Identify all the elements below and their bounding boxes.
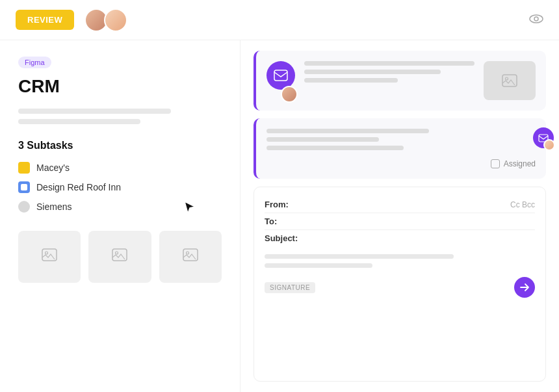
send-button[interactable] xyxy=(514,277,535,298)
email-avatar-photo-1 xyxy=(281,86,298,103)
cc-bcc-label[interactable]: Cc Bcc xyxy=(510,200,535,209)
email2-avatar-wrap xyxy=(533,127,554,148)
email-line-1b xyxy=(304,70,441,74)
email-content-1 xyxy=(304,61,474,100)
image-icon-3 xyxy=(183,248,198,265)
email2-line-3 xyxy=(266,146,404,150)
subtask-list: Macey's Design Red Roof Inn Siemens xyxy=(18,162,222,213)
email-card-2-inner: Assigned xyxy=(266,129,536,168)
assigned-label: Assigned xyxy=(504,159,536,168)
subtask-icon-blue xyxy=(18,181,30,193)
description-lines xyxy=(18,109,222,124)
compose-from-field: From: Cc Bcc xyxy=(265,196,535,213)
compose-body-line-1 xyxy=(265,254,454,259)
from-label: From: xyxy=(265,200,304,209)
header-left: REVIEW xyxy=(16,8,127,32)
to-label: To: xyxy=(265,216,304,226)
avatar-group xyxy=(84,8,127,32)
svg-point-7 xyxy=(186,252,188,254)
compose-area: From: Cc Bcc To: Subject: SIGNATURE xyxy=(254,187,546,382)
subtask-item-maceys[interactable]: Macey's xyxy=(18,162,222,174)
subtask-item-redroof[interactable]: Design Red Roof Inn xyxy=(18,181,222,193)
figma-badge: Figma xyxy=(18,57,51,68)
image-card-1 xyxy=(18,231,81,283)
svg-point-10 xyxy=(506,77,508,80)
review-button[interactable]: REVIEW xyxy=(16,10,74,30)
main: Figma CRM 3 Subtasks Macey's Design Red … xyxy=(0,40,559,392)
desc-line-2 xyxy=(18,119,140,124)
svg-point-1 xyxy=(534,17,538,21)
email-image-1 xyxy=(484,61,536,100)
email-card-2: Assigned xyxy=(254,118,546,179)
subtasks-heading: 3 Subtasks xyxy=(18,140,222,151)
email-line-1c xyxy=(304,78,398,83)
email-avatar-wrap-1 xyxy=(266,61,295,100)
email-lines-1 xyxy=(304,61,474,83)
assigned-checkbox[interactable] xyxy=(491,159,500,168)
subtask-label-maceys: Macey's xyxy=(36,163,70,173)
avatar-2 xyxy=(104,8,127,32)
right-panel: Assigned From: Cc Bcc To: xyxy=(240,40,559,392)
subtask-label-siemens: Siemens xyxy=(36,202,72,212)
image-card-2 xyxy=(88,231,151,283)
email2-avatar-photo xyxy=(543,139,555,151)
svg-rect-8 xyxy=(274,70,287,81)
email-line-1a xyxy=(304,61,474,66)
email2-line-2 xyxy=(266,137,379,142)
subtask-icon-yellow xyxy=(18,162,30,174)
desc-line-1 xyxy=(18,109,171,114)
subject-label: Subject: xyxy=(265,233,304,243)
compose-to-field[interactable]: To: xyxy=(265,213,535,230)
compose-subject-field[interactable]: Subject: xyxy=(265,230,535,246)
header: REVIEW xyxy=(0,0,559,40)
image-card-3 xyxy=(159,231,222,283)
image-grid xyxy=(18,231,222,283)
email2-line-1 xyxy=(266,129,429,133)
svg-point-3 xyxy=(46,252,48,254)
subtask-label-redroof: Design Red Roof Inn xyxy=(36,182,121,192)
image-icon-1 xyxy=(42,248,57,265)
left-panel: Figma CRM 3 Subtasks Macey's Design Red … xyxy=(0,40,240,392)
svg-point-0 xyxy=(530,15,543,23)
compose-footer: SIGNATURE xyxy=(265,277,535,298)
svg-point-5 xyxy=(116,252,118,254)
compose-body-line-2 xyxy=(265,263,372,268)
compose-body xyxy=(265,254,535,268)
subtask-icon-gray xyxy=(18,201,30,213)
subtask-item-siemens[interactable]: Siemens xyxy=(18,201,222,213)
email-card-1 xyxy=(254,51,546,111)
signature-badge: SIGNATURE xyxy=(265,282,315,293)
image-icon-2 xyxy=(112,248,127,265)
eye-icon[interactable] xyxy=(529,13,543,27)
assigned-row: Assigned xyxy=(266,159,536,168)
project-title: CRM xyxy=(18,76,222,97)
